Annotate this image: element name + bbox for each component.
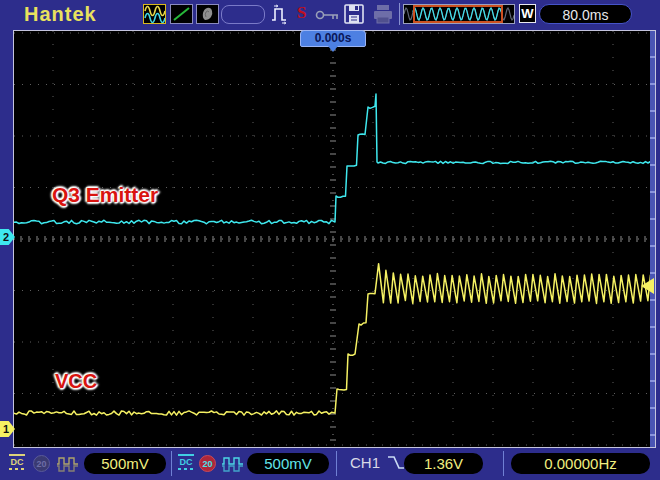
- right-scrollbar[interactable]: [650, 31, 655, 447]
- preview-selection-box[interactable]: [413, 5, 503, 23]
- window-mode-button[interactable]: W: [519, 4, 536, 23]
- annotation-ch1: VCC: [55, 370, 97, 393]
- toolbar: Hantek S: [0, 0, 660, 30]
- status-bar: DC 20 500mV DC 20 500mV CH1: [0, 448, 660, 480]
- scope-display: Q3 Emitter VCC: [13, 30, 656, 448]
- pulse-trigger-glyph: [270, 3, 289, 25]
- cursor-line-icon[interactable]: [170, 4, 193, 24]
- ch1-scale-readout[interactable]: 500mV: [84, 453, 166, 474]
- trigger-level-arrow[interactable]: [641, 278, 654, 294]
- ch2-bandwidth-button[interactable]: 20: [199, 455, 216, 472]
- print-icon[interactable]: [371, 3, 395, 29]
- timebase-readout[interactable]: 80.0ms: [539, 4, 632, 24]
- coupling-dash: [178, 468, 194, 470]
- oscilloscope-app: Hantek S: [0, 0, 660, 480]
- key-glyph: [315, 9, 340, 22]
- square-wave-glyph: [57, 457, 79, 472]
- waveform-display-glyph: [144, 5, 165, 23]
- coupling-line: [9, 454, 25, 456]
- ch1-bandwidth-button[interactable]: 20: [33, 455, 50, 472]
- falling-edge-glyph: [387, 455, 405, 471]
- trigger-position-label: 0.000s: [315, 31, 352, 45]
- waveform-preview[interactable]: [403, 4, 515, 24]
- ch2-coupling-label: DC: [180, 457, 193, 467]
- frequency-readout[interactable]: 0.00000Hz: [511, 453, 650, 474]
- ch2-scale-readout[interactable]: 500mV: [247, 453, 329, 474]
- save-icon[interactable]: [343, 3, 366, 29]
- cursor-line-glyph: [171, 5, 192, 23]
- trigger-position-pointer: [328, 46, 338, 52]
- annotation-ch2: Q3 Emitter: [52, 183, 158, 207]
- key-icon[interactable]: [315, 8, 340, 26]
- waveform-plot: [14, 31, 655, 447]
- coupling-dash: [9, 468, 25, 470]
- ch2-invert-icon[interactable]: [222, 457, 244, 476]
- trigger-source-label: CH1: [350, 454, 380, 471]
- pulse-trigger-icon[interactable]: [270, 3, 289, 29]
- waveform-display-icon[interactable]: [143, 4, 166, 24]
- toolbar-separator: [399, 3, 400, 25]
- status-separator-3: [503, 451, 504, 476]
- hand-tool-icon[interactable]: [196, 4, 219, 24]
- trigger-slope-icon[interactable]: [387, 455, 405, 475]
- status-separator-1: [171, 451, 172, 476]
- status-separator-2: [336, 451, 337, 476]
- empty-indicator: [221, 5, 265, 24]
- ch1-coupling-label: DC: [11, 457, 24, 467]
- single-trigger-icon[interactable]: S: [297, 3, 306, 23]
- brand-logo: Hantek: [24, 3, 97, 26]
- print-glyph: [371, 3, 395, 25]
- trigger-position-marker[interactable]: 0.000s: [300, 30, 366, 47]
- ch1-coupling-icon[interactable]: DC: [8, 454, 26, 470]
- ch1-trace: [14, 264, 655, 415]
- trigger-level-readout[interactable]: 1.36V: [404, 453, 483, 474]
- hand-tool-glyph: [197, 5, 218, 23]
- ch1-invert-icon[interactable]: [57, 457, 79, 476]
- coupling-line: [178, 454, 194, 456]
- save-glyph: [343, 3, 366, 25]
- ch2-coupling-icon[interactable]: DC: [177, 454, 195, 470]
- square-wave-glyph: [222, 457, 244, 472]
